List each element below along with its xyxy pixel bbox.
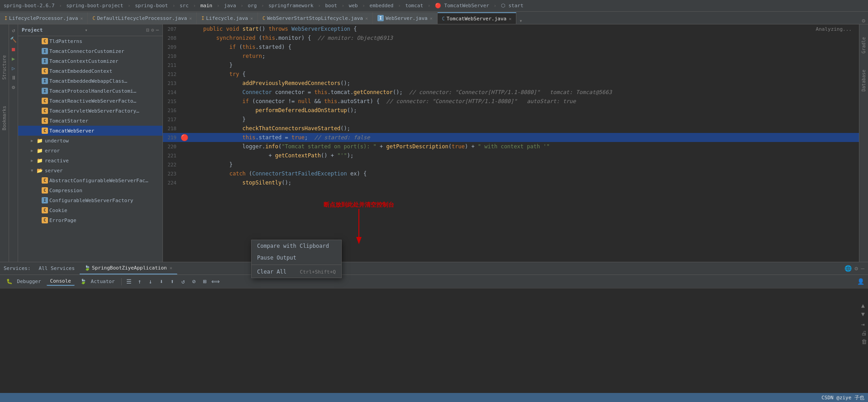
tree-item-tld-patterns[interactable]: C TldPatterns: [18, 36, 162, 46]
toolbar-wrap-icon[interactable]: ⟺: [211, 277, 220, 286]
trash-icon[interactable]: 🗑: [861, 338, 867, 345]
breadcrumb-item[interactable]: embedded: [370, 3, 394, 9]
breadcrumb-item-method[interactable]: ⬡ start: [501, 3, 524, 9]
globe-icon[interactable]: 🌐: [844, 265, 852, 272]
toolbar-table-icon[interactable]: ⊞: [200, 277, 210, 286]
tab-close-icon[interactable]: ✕: [170, 265, 172, 270]
tab-webserver-start-stop[interactable]: C WebServerStartStopLifecycle.java ✕: [258, 12, 373, 24]
tab-tomcat-webserver[interactable]: C TomcatWebServer.java ✕: [438, 12, 517, 24]
scroll-reset-icon[interactable]: ⇥: [861, 321, 867, 328]
tree-item-undertow[interactable]: ▶ 📁 undertow: [18, 136, 162, 146]
breadcrumb-item[interactable]: main: [200, 3, 213, 9]
tree-item-configurable-web-server[interactable]: I ConfigurableWebServerFactory: [18, 195, 162, 205]
tree-item-cookie[interactable]: C Cookie: [18, 205, 162, 215]
toolbar-up-icon[interactable]: ↑: [135, 277, 144, 286]
tab-close-icon[interactable]: ✕: [509, 16, 511, 21]
debug-run-icon[interactable]: ▷: [10, 64, 18, 72]
tree-item-tomcat-embedded-context[interactable]: C TomcatEmbeddedContext: [18, 66, 162, 76]
interface-icon: I: [42, 48, 48, 54]
breadcrumb-item[interactable]: spring-boot: [135, 3, 168, 9]
build-icon[interactable]: 🔨: [10, 36, 18, 44]
gradle-label[interactable]: Gradle: [860, 33, 868, 57]
tab-debugger[interactable]: 🐛 Debugger: [3, 278, 45, 285]
breadcrumb-item[interactable]: java: [224, 3, 236, 9]
tree-label: TomcatEmbeddedWebappClass…: [49, 78, 162, 84]
tab-close-icon[interactable]: ✕: [250, 16, 253, 21]
project-dropdown-icon[interactable]: ▾: [85, 28, 147, 33]
breadcrumb-item[interactable]: web: [349, 3, 358, 9]
ctx-clear-all[interactable]: Clear All Ctrl+Shift+Q: [252, 266, 341, 278]
line-code: public void start() throws WebServerExce…: [188, 26, 859, 32]
settings-icon[interactable]: ⚙: [854, 265, 858, 272]
tab-spring-boot-app[interactable]: 🍃 SpringBootZiyeApplication ✕: [80, 263, 177, 274]
print-icon[interactable]: 🖨: [861, 330, 867, 336]
tab-console[interactable]: Console: [47, 277, 75, 286]
tree-item-tomcat-protocol[interactable]: I TomcatProtocolHandlerCustomi…: [18, 86, 162, 96]
tab-settings-icon[interactable]: ⚙: [859, 17, 868, 24]
minimize-icon[interactable]: —: [861, 265, 864, 272]
tab-close-icon[interactable]: ✕: [365, 16, 368, 21]
tab-overflow-button[interactable]: ▾: [516, 18, 525, 24]
tab-label: Lifecycle.java: [206, 15, 248, 21]
refresh-icon[interactable]: ↺: [10, 26, 18, 34]
tree-item-tomcat-context[interactable]: I TomcatContextCustomizer: [18, 56, 162, 66]
toolbar-clear-icon[interactable]: ↺: [179, 277, 188, 286]
tree-item-tomcat-reactive[interactable]: C TomcatReactiveWebServerFacto…: [18, 96, 162, 106]
tab-webserver[interactable]: I WebServer.java ✕: [373, 12, 438, 24]
tab-close-icon[interactable]: ✕: [189, 16, 192, 21]
tab-lifecycle-processor[interactable]: I LifecycleProcessor.java ✕: [0, 12, 88, 24]
breadcrumb-item[interactable]: src: [180, 3, 189, 9]
breadcrumb-item[interactable]: boot: [325, 3, 337, 9]
tree-item-tomcat-embedded-webapp[interactable]: I TomcatEmbeddedWebappClass…: [18, 76, 162, 86]
breadcrumb-item[interactable]: 🔴 TomcatWebServer: [435, 3, 489, 9]
toolbar-down-icon[interactable]: ↓: [146, 277, 155, 286]
toolbar-download-icon[interactable]: ⬇: [157, 277, 166, 286]
line-number: 207: [163, 26, 180, 32]
code-line-216: 216 performDeferredLoadOnStartup();: [163, 106, 859, 115]
breadcrumb-item[interactable]: springframework: [268, 3, 313, 9]
console-area[interactable]: [0, 288, 868, 402]
bottom-right-icons: 🌐 ⚙ —: [844, 265, 864, 272]
tree-item-reactive[interactable]: ▶ 📁 reactive: [18, 156, 162, 166]
ctx-pause-output[interactable]: Pause Output: [252, 252, 341, 264]
toolbar-list-icon[interactable]: ☰: [124, 277, 134, 286]
tabs-bar: I LifecycleProcessor.java ✕ C DefaultLif…: [0, 12, 868, 24]
scroll-up-icon[interactable]: ▲: [861, 302, 867, 309]
ctx-compare-clipboard[interactable]: Compare with Clipboard: [252, 240, 341, 252]
stop-icon[interactable]: ■: [10, 45, 18, 53]
tree-item-tomcat-servlet[interactable]: C TomcatServletWebServerFactory…: [18, 106, 162, 116]
tab-default-lifecycle[interactable]: C DefaultLifecycleProcessor.java ✕: [88, 12, 197, 24]
toolbar-person-icon[interactable]: 👤: [856, 277, 865, 286]
breadcrumb-item[interactable]: org: [248, 3, 257, 9]
breadcrumb-item[interactable]: spring-boot-2.6.7: [4, 3, 55, 9]
scroll-down-icon[interactable]: ▼: [861, 311, 867, 317]
tab-lifecycle[interactable]: I Lifecycle.java ✕: [197, 12, 258, 24]
tree-item-tomcat-webserver[interactable]: C TomcatWebServer: [18, 126, 162, 136]
tree-item-tomcat-connector[interactable]: I TomcatConnectorCustomizer: [18, 46, 162, 56]
breadcrumb-item[interactable]: tomcat: [405, 3, 423, 9]
toolbar-filter-icon[interactable]: ⊘: [190, 277, 199, 286]
tree-item-compression[interactable]: C Compression: [18, 185, 162, 195]
run-icon[interactable]: ▶: [10, 55, 18, 63]
tab-all-services[interactable]: All Services: [34, 263, 80, 274]
pause-icon[interactable]: ⏸: [10, 74, 18, 82]
settings-icon[interactable]: ⚙: [10, 83, 18, 91]
collapse-all-icon[interactable]: ⊟: [146, 27, 149, 33]
tab-close-icon[interactable]: ✕: [430, 16, 433, 21]
settings-icon[interactable]: ⚙: [151, 27, 154, 33]
bookmarks-label[interactable]: Bookmarks: [0, 102, 8, 134]
line-code: performDeferredLoadOnStartup();: [188, 107, 859, 114]
tree-item-abstract-configurable[interactable]: C AbstractConfigurableWebServerFac…: [18, 175, 162, 185]
tree-item-tomcat-starter[interactable]: C TomcatStarter: [18, 116, 162, 126]
line-code: catch (ConnectorStartFailedException ex)…: [188, 170, 859, 177]
tab-close-icon[interactable]: ✕: [80, 16, 83, 21]
tree-item-error[interactable]: ▶ 📁 error: [18, 146, 162, 156]
breadcrumb-item[interactable]: spring-boot-project: [66, 3, 123, 9]
database-label[interactable]: Database: [860, 66, 868, 95]
structure-label[interactable]: Structure: [0, 52, 8, 83]
toolbar-upload-icon[interactable]: ⬆: [168, 277, 177, 286]
tree-item-error-page[interactable]: C ErrorPage: [18, 215, 162, 225]
close-panel-icon[interactable]: —: [156, 27, 159, 33]
tab-actuator[interactable]: 🍃 Actuator: [76, 278, 119, 285]
tree-item-server[interactable]: ▼ 📂 server: [18, 166, 162, 175]
